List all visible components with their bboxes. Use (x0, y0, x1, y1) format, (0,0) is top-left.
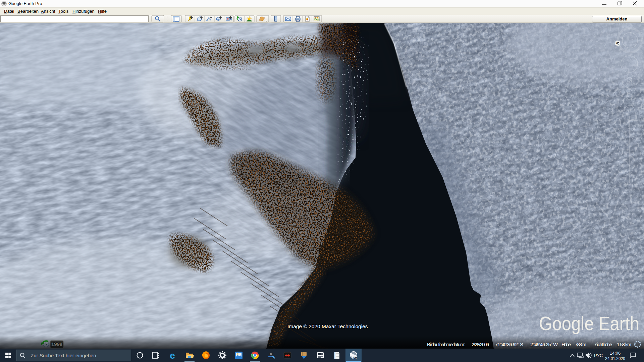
svg-text:Image © 2020 Maxar Technologie: Image © 2020 Maxar Technologies (287, 323, 368, 329)
svg-text:РУС: РУС (594, 353, 603, 358)
svg-text:14:06: 14:06 (610, 351, 621, 356)
svg-text:71°40'36.92" S: 71°40'36.92" S (495, 342, 523, 347)
svg-text:Höhe: Höhe (561, 342, 571, 347)
svg-text:2/28/2006: 2/28/2006 (472, 342, 489, 347)
svg-text:2°49'46.25" W: 2°49'46.25" W (530, 342, 558, 347)
svg-text:1.53 km: 1.53 km (617, 342, 631, 347)
svg-text:24.01.2020: 24.01.2020 (605, 356, 625, 361)
svg-text:Pro: Pro (353, 357, 357, 359)
svg-text:788 m: 788 m (575, 342, 586, 347)
svg-text:e: e (170, 350, 175, 361)
svg-text:sichthöhe: sichthöhe (595, 342, 612, 347)
svg-text:Bildaufnahmedatum:: Bildaufnahmedatum: (427, 342, 465, 347)
svg-text:Google Earth: Google Earth (539, 313, 639, 334)
